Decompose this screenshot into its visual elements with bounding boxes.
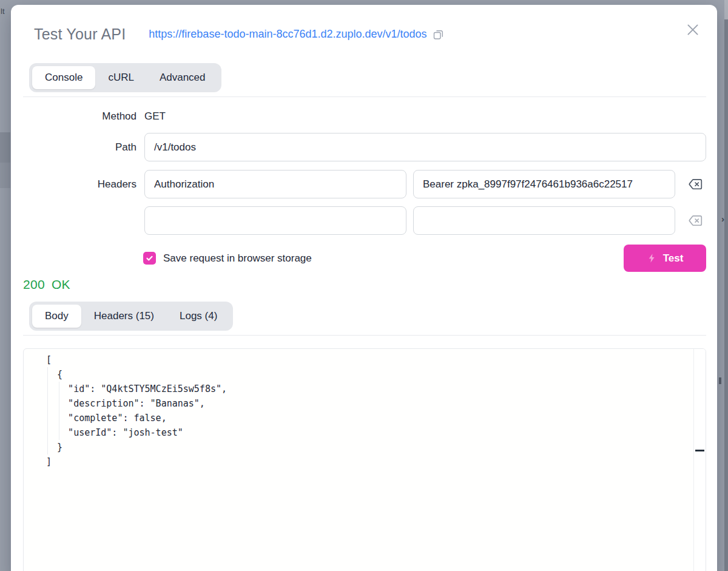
divider [23, 96, 706, 97]
modal-header: Test Your API https://firebase-todo-main… [11, 5, 717, 43]
test-button[interactable]: Test [624, 245, 706, 272]
code-line: "id": "Q4ktSTY5MCzEi5sw5f8s", [46, 382, 691, 396]
method-value: GET [144, 110, 166, 123]
path-label: Path [11, 141, 136, 154]
backspace-icon [688, 213, 703, 228]
tab-console[interactable]: Console [32, 66, 95, 89]
save-request-toggle[interactable]: Save request in browser storage [143, 252, 312, 265]
response-status: 200 OK [23, 277, 717, 292]
code-line: "complete": false, [46, 411, 691, 425]
close-button[interactable] [683, 21, 703, 40]
response-body-editor[interactable]: [ { "id": "Q4ktSTY5MCzEi5sw5f8s", "descr… [23, 348, 706, 571]
tab-curl[interactable]: cURL [95, 66, 147, 89]
request-tabs: Console cURL Advanced [29, 63, 221, 92]
header-row [11, 206, 717, 235]
page-scrollbar-track [724, 0, 728, 19]
path-input[interactable] [144, 133, 706, 161]
delete-header-button-0[interactable] [688, 177, 704, 192]
background-text-fragment: lt [1, 7, 9, 16]
tab-advanced[interactable]: Advanced [147, 66, 218, 89]
code-line: "userId": "josh-test" [46, 425, 691, 440]
action-row: Save request in browser storage Test [11, 245, 717, 272]
code-line: [ [46, 353, 691, 367]
editor-overview-ruler [693, 349, 706, 571]
background-artifact [719, 377, 721, 384]
tab-logs[interactable]: Logs (4) [167, 305, 230, 328]
method-label: Method [11, 110, 136, 123]
path-row: Path [11, 133, 717, 161]
header-value-input-1[interactable] [413, 206, 675, 235]
background-artifact [0, 163, 10, 188]
save-checkbox-label[interactable]: Save request in browser storage [163, 252, 312, 265]
header-name-input-1[interactable] [144, 206, 406, 235]
header-value-input-0[interactable] [413, 170, 675, 198]
page-scrollbar[interactable] [724, 19, 728, 571]
page-title: Test Your API [34, 25, 126, 43]
overview-ruler-marker [695, 450, 704, 451]
response-tabs: Body Headers (15) Logs (4) [29, 302, 233, 331]
code-line: "description": "Bananas", [46, 396, 691, 411]
header-row: Headers [11, 170, 717, 198]
backspace-icon [688, 177, 703, 192]
delete-header-button-1[interactable] [688, 213, 704, 229]
status-code: 200 [23, 277, 45, 292]
chevron-right-icon: › [721, 214, 724, 224]
background-artifact [0, 132, 10, 163]
status-text: OK [52, 277, 70, 292]
response-json: [ { "id": "Q4ktSTY5MCzEi5sw5f8s", "descr… [46, 353, 691, 469]
api-url-link[interactable]: https://firebase-todo-main-8cc76d1.d2.zu… [149, 28, 426, 41]
header-name-input-0[interactable] [144, 170, 406, 198]
tab-response-headers[interactable]: Headers (15) [81, 305, 167, 328]
copy-icon[interactable] [432, 28, 445, 41]
method-row: Method GET [11, 109, 717, 124]
check-icon [146, 254, 153, 262]
test-api-modal: Test Your API https://firebase-todo-main… [11, 5, 717, 571]
tab-body[interactable]: Body [32, 305, 81, 328]
close-icon [685, 22, 701, 38]
save-checkbox[interactable] [143, 252, 156, 265]
lightning-icon [647, 252, 657, 264]
code-line: } [46, 440, 691, 454]
code-line: ] [46, 454, 691, 469]
divider [23, 335, 706, 336]
code-line: { [46, 367, 691, 382]
headers-label: Headers [11, 178, 136, 191]
